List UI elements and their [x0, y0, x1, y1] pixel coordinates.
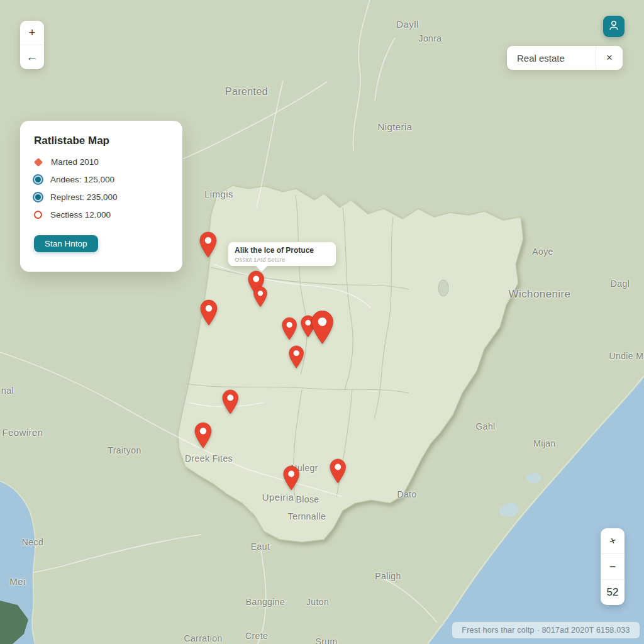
zoom-out-button[interactable]: −	[601, 554, 625, 579]
legend-item: Sectiess 12.000	[34, 210, 169, 219]
legend-panel: Ratlistabe Map Marted 2010 Andees: 125,0…	[20, 121, 182, 272]
back-button[interactable]: ←	[20, 45, 44, 69]
user-button[interactable]	[603, 16, 625, 37]
map-pin[interactable]	[282, 465, 301, 491]
zoom-up-button[interactable]: +	[601, 528, 625, 553]
target-icon	[35, 194, 41, 200]
map-pin[interactable]	[194, 422, 213, 448]
zoom-in-button[interactable]: +	[20, 21, 44, 45]
legend-item: Andees: 125,000	[34, 175, 169, 184]
diamond-icon	[34, 157, 43, 166]
legend-item: Replrest: 235,000	[34, 192, 169, 202]
map-pin[interactable]	[221, 389, 240, 414]
legend-item-label: Sectiess 12.000	[50, 210, 111, 219]
close-icon[interactable]: ×	[596, 46, 623, 70]
map-pin[interactable]	[253, 286, 268, 308]
legend-item-label: Andees: 125,000	[50, 175, 114, 184]
plus-icon: +	[607, 533, 618, 548]
map-pin[interactable]	[329, 458, 347, 484]
map-nav-controls: + ←	[20, 21, 44, 69]
zoom-level-value: 52	[601, 580, 625, 605]
legend-item: Marted 2010	[34, 157, 169, 167]
map-pin[interactable]	[199, 299, 218, 326]
tooltip-title: Alik the Ice of Protuce	[235, 246, 330, 255]
search-input[interactable]: Real estate	[507, 53, 596, 64]
map-pin[interactable]	[288, 345, 304, 369]
map-pins-layer	[0, 0, 644, 644]
map-pin[interactable]	[281, 317, 297, 340]
legend-item-label: Replrest: 235,000	[50, 192, 118, 202]
attribution: Frest hors thar coltp · 8017ad 2020T 615…	[452, 622, 640, 638]
ring-icon	[34, 211, 42, 219]
panel-title: Ratlistabe Map	[34, 135, 169, 147]
search-bar: Real estate ×	[507, 46, 623, 70]
legend-item-label: Marted 2010	[51, 157, 99, 167]
map-pin[interactable]	[199, 231, 218, 258]
map-app: DayllJonraParentedNigteriaLimgisAoyeWich…	[0, 0, 644, 644]
zoom-control: + − 52	[601, 528, 625, 605]
panel-action-button[interactable]: Stan Hntop	[34, 235, 98, 252]
tooltip-subtitle: Osstot 1Atd Seture	[235, 256, 330, 263]
map-pin[interactable]	[310, 310, 335, 345]
user-icon	[608, 19, 620, 34]
target-icon	[35, 177, 41, 182]
map-tooltip: Alik the Ice of Protuce Osstot 1Atd Setu…	[228, 242, 336, 266]
